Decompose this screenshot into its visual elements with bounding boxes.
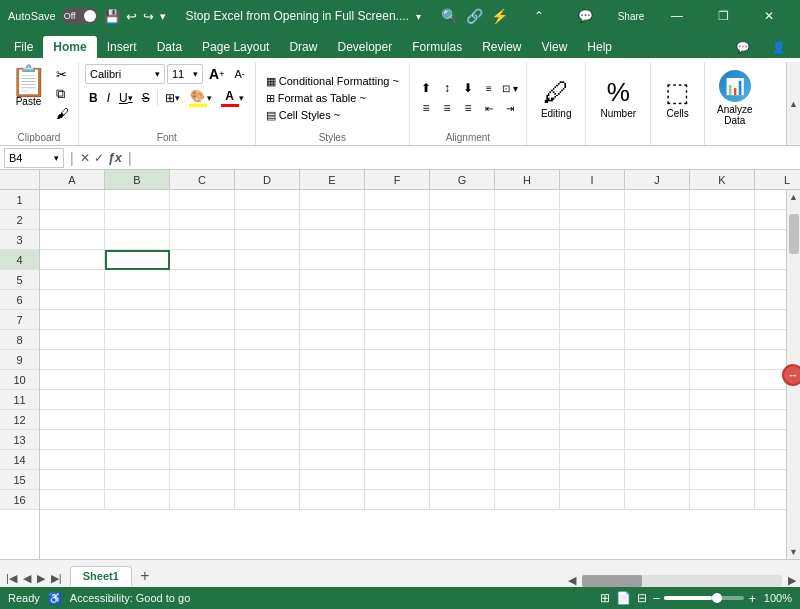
cell-L11[interactable]: [755, 390, 786, 410]
cell-J11[interactable]: [625, 390, 690, 410]
cell-F15[interactable]: [365, 470, 430, 490]
cell-K13[interactable]: [690, 430, 755, 450]
increase-font-size-button[interactable]: A+: [205, 64, 228, 84]
cell-L16[interactable]: [755, 490, 786, 510]
cell-G10[interactable]: [430, 370, 495, 390]
align-center-button[interactable]: ≡: [437, 99, 457, 117]
col-header-L[interactable]: L: [755, 170, 800, 189]
cell-D12[interactable]: [235, 410, 300, 430]
tab-insert[interactable]: Insert: [97, 36, 147, 58]
align-middle-button[interactable]: ↕: [437, 79, 457, 97]
cell-L13[interactable]: [755, 430, 786, 450]
cell-J14[interactable]: [625, 450, 690, 470]
row-num-6[interactable]: 6: [0, 290, 39, 310]
cell-B1[interactable]: [105, 190, 170, 210]
cell-B11[interactable]: [105, 390, 170, 410]
row-num-7[interactable]: 7: [0, 310, 39, 330]
cell-G7[interactable]: [430, 310, 495, 330]
cell-J3[interactable]: [625, 230, 690, 250]
cell-D14[interactable]: [235, 450, 300, 470]
cell-H3[interactable]: [495, 230, 560, 250]
cell-I4[interactable]: [560, 250, 625, 270]
cell-K14[interactable]: [690, 450, 755, 470]
cell-E12[interactable]: [300, 410, 365, 430]
editing-button[interactable]: 🖊 Editing: [533, 75, 580, 121]
cell-E3[interactable]: [300, 230, 365, 250]
cell-G3[interactable]: [430, 230, 495, 250]
sheet-nav-last[interactable]: ▶|: [49, 570, 64, 587]
cell-G11[interactable]: [430, 390, 495, 410]
cell-C14[interactable]: [170, 450, 235, 470]
cell-L6[interactable]: [755, 290, 786, 310]
zoom-out-icon[interactable]: −: [653, 591, 661, 606]
cell-K6[interactable]: [690, 290, 755, 310]
vertical-scrollbar[interactable]: ▲ ▼ ↔: [786, 190, 800, 559]
row-num-5[interactable]: 5: [0, 270, 39, 290]
cell-A2[interactable]: [40, 210, 105, 230]
cell-G8[interactable]: [430, 330, 495, 350]
cell-J1[interactable]: [625, 190, 690, 210]
cell-I5[interactable]: [560, 270, 625, 290]
cell-I12[interactable]: [560, 410, 625, 430]
cell-E7[interactable]: [300, 310, 365, 330]
cell-F10[interactable]: [365, 370, 430, 390]
cell-reference-box[interactable]: B4 ▾: [4, 148, 64, 168]
close-btn[interactable]: ✕: [746, 0, 792, 32]
cell-F6[interactable]: [365, 290, 430, 310]
cells-button[interactable]: ⬚ Cells: [657, 75, 698, 121]
paste-button[interactable]: 📋 Paste: [6, 64, 51, 109]
tab-formulas[interactable]: Formulas: [402, 36, 472, 58]
cell-J4[interactable]: [625, 250, 690, 270]
scroll-arrow-circle[interactable]: ↔: [782, 364, 800, 386]
cell-D4[interactable]: [235, 250, 300, 270]
cell-C5[interactable]: [170, 270, 235, 290]
cell-G1[interactable]: [430, 190, 495, 210]
cell-B13[interactable]: [105, 430, 170, 450]
cell-H12[interactable]: [495, 410, 560, 430]
cell-G9[interactable]: [430, 350, 495, 370]
align-bottom-button[interactable]: ⬇: [458, 79, 478, 97]
cell-I15[interactable]: [560, 470, 625, 490]
cell-B6[interactable]: [105, 290, 170, 310]
cell-D8[interactable]: [235, 330, 300, 350]
bold-button[interactable]: B: [85, 88, 102, 108]
cell-L4[interactable]: [755, 250, 786, 270]
cell-A8[interactable]: [40, 330, 105, 350]
cell-J13[interactable]: [625, 430, 690, 450]
cell-K7[interactable]: [690, 310, 755, 330]
cell-C3[interactable]: [170, 230, 235, 250]
cell-E2[interactable]: [300, 210, 365, 230]
cell-G4[interactable]: [430, 250, 495, 270]
cell-E4[interactable]: [300, 250, 365, 270]
cell-I9[interactable]: [560, 350, 625, 370]
cell-H7[interactable]: [495, 310, 560, 330]
cell-H16[interactable]: [495, 490, 560, 510]
cell-J2[interactable]: [625, 210, 690, 230]
tab-home[interactable]: Home: [43, 36, 96, 58]
tab-comments-icon[interactable]: 💬: [726, 36, 760, 58]
cell-B9[interactable]: [105, 350, 170, 370]
number-button[interactable]: % Number: [592, 75, 644, 121]
cell-A3[interactable]: [40, 230, 105, 250]
cell-A4[interactable]: [40, 250, 105, 270]
cell-D1[interactable]: [235, 190, 300, 210]
cell-I2[interactable]: [560, 210, 625, 230]
cell-H1[interactable]: [495, 190, 560, 210]
cell-J9[interactable]: [625, 350, 690, 370]
cell-G13[interactable]: [430, 430, 495, 450]
increase-indent-button[interactable]: ⇥: [500, 99, 520, 117]
row-num-4[interactable]: 4: [0, 250, 39, 270]
cell-H10[interactable]: [495, 370, 560, 390]
row-num-16[interactable]: 16: [0, 490, 39, 510]
cell-A1[interactable]: [40, 190, 105, 210]
col-header-F[interactable]: F: [365, 170, 430, 189]
cell-D15[interactable]: [235, 470, 300, 490]
hscroll-right-btn[interactable]: ▶: [788, 574, 796, 587]
cell-K10[interactable]: [690, 370, 755, 390]
cell-F1[interactable]: [365, 190, 430, 210]
strikethrough-button[interactable]: S: [138, 88, 154, 108]
zoom-in-icon[interactable]: +: [748, 591, 756, 606]
cell-H13[interactable]: [495, 430, 560, 450]
col-header-C[interactable]: C: [170, 170, 235, 189]
cell-F8[interactable]: [365, 330, 430, 350]
